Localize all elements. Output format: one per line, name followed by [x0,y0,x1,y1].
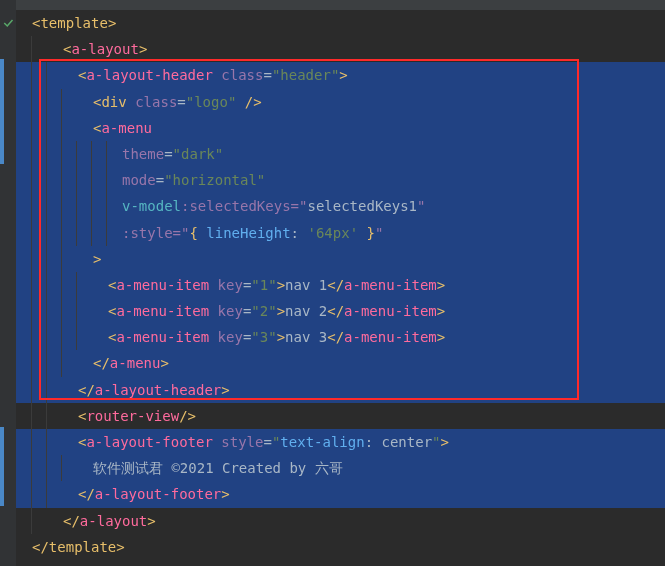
check-icon [2,16,14,28]
code-line[interactable]: <a-layout-footer style="text-align: cent… [16,429,665,455]
code-editor[interactable]: <template> <a-layout> <a-layout-header c… [16,0,665,566]
code-line[interactable]: <a-menu-item key="2">nav 2</a-menu-item> [16,298,665,324]
code-line[interactable]: theme="dark" [16,141,665,167]
code-line[interactable]: </a-layout> [16,508,665,534]
gutter [0,0,16,566]
code-line[interactable]: <router-view/> [16,403,665,429]
code-line[interactable]: 软件测试君 ©2021 Created by 六哥 [16,455,665,481]
code-line[interactable]: <a-menu-item key="3">nav 3</a-menu-item> [16,324,665,350]
code-line[interactable]: </a-menu> [16,350,665,376]
code-line[interactable]: > [16,246,665,272]
code-line[interactable]: <a-menu-item key="1">nav 1</a-menu-item> [16,272,665,298]
tab-path-cropped [16,0,665,10]
code-line[interactable]: <template> [16,10,665,36]
code-line[interactable]: <div class="logo" /> [16,89,665,115]
code-line[interactable]: </a-layout-header> [16,377,665,403]
code-line[interactable]: <a-layout> [16,36,665,62]
code-line[interactable]: </a-layout-footer> [16,481,665,507]
code-line[interactable]: :style="{ lineHeight: '64px' }" [16,220,665,246]
code-line[interactable]: v-model:selectedKeys="selectedKeys1" [16,193,665,219]
code-line[interactable]: <a-layout-header class="header"> [16,62,665,88]
code-line[interactable]: </template> [16,534,665,560]
code-line[interactable]: mode="horizontal" [16,167,665,193]
code-line[interactable]: <a-menu [16,115,665,141]
